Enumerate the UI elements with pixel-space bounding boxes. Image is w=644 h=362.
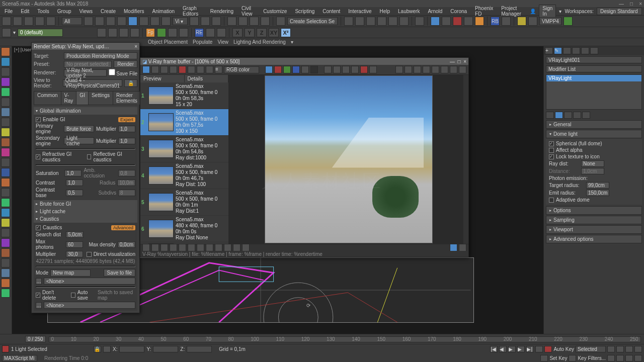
vfb-history-row[interactable]: 3Scena5.max500 x 500, frame 00h 0m 54,8s… — [140, 136, 228, 162]
vfb-hist-col-preview[interactable]: Preview — [140, 75, 185, 82]
left-tool-4[interactable] — [1, 77, 10, 86]
layer-b-icon[interactable] — [108, 28, 117, 37]
tab-gi[interactable]: GI — [76, 91, 89, 105]
subbar-placement[interactable]: Object Placement — [148, 39, 188, 45]
layer-c-icon[interactable] — [119, 28, 128, 37]
chk-spherical[interactable] — [549, 141, 554, 146]
render-button[interactable]: Render — [114, 60, 137, 68]
left-tool-11[interactable] — [1, 148, 10, 157]
vfb-history-row[interactable]: 5Scena5.max500 x 500, frame 00h 0m 1mRay… — [140, 189, 228, 216]
rollout-general[interactable]: General — [546, 120, 642, 129]
vfb-min-icon[interactable]: — — [450, 59, 455, 64]
chk-auto-save[interactable] — [71, 293, 75, 298]
rollout-sampling[interactable]: Sampling — [546, 216, 642, 224]
render-a360-icon[interactable] — [475, 17, 484, 26]
lock-view-icon[interactable]: 🔒 — [124, 79, 137, 87]
renderer-dropdown[interactable]: V-Ray Next, update 2 — [64, 69, 107, 76]
fp4-icon[interactable] — [179, 28, 188, 37]
vfb-close-icon[interactable]: × — [463, 59, 466, 64]
rotate-icon[interactable] — [139, 17, 148, 26]
vfb-clear-icon[interactable] — [170, 66, 177, 73]
left-tool-13[interactable] — [1, 168, 10, 177]
rollout-caustics[interactable]: Caustics — [34, 215, 137, 223]
subbar-expand-icon[interactable]: ▾ — [291, 39, 293, 45]
vfb-clamp-icon[interactable] — [351, 66, 359, 73]
select-rect-icon[interactable] — [106, 17, 115, 26]
left-tool-2[interactable] — [1, 57, 10, 66]
material-editor-icon[interactable] — [415, 17, 424, 26]
menu-modifiers[interactable]: Modifiers — [121, 9, 147, 14]
left-tool-5[interactable] — [1, 87, 10, 97]
object-name-field[interactable] — [546, 56, 642, 63]
move-icon[interactable] — [128, 17, 137, 26]
vfb-history-row[interactable]: 4Scena5.max500 x 500, frame 00h 0m 46,7s… — [140, 162, 228, 189]
left-tool-6[interactable] — [1, 98, 10, 107]
chk-refr-caustics[interactable] — [36, 154, 40, 159]
menu-corona[interactable]: Corona — [448, 9, 469, 14]
vfb-menu-icon[interactable]: ≡ — [215, 66, 222, 73]
vfb-r-icon[interactable] — [274, 66, 282, 73]
menu-create[interactable]: Create — [98, 9, 118, 14]
left-tool-15[interactable] — [1, 188, 10, 197]
tab-display-icon[interactable] — [581, 47, 589, 54]
signin-button[interactable]: Sign In — [539, 5, 556, 18]
vfb-f2-icon[interactable] — [151, 244, 159, 251]
nav-f-icon[interactable] — [616, 355, 624, 361]
caustics-path2[interactable]: <None> — [44, 302, 135, 309]
rollout-viewport[interactable]: Viewport — [546, 225, 642, 234]
refcoord-dropdown[interactable]: Vi ▾ — [173, 17, 188, 25]
preset-dropdown[interactable]: No preset selected — [64, 61, 112, 68]
vfb-save-icon[interactable] — [142, 66, 150, 73]
vfb-scrollbar[interactable] — [463, 75, 468, 244]
target-radius-field[interactable]: 99,0cm — [586, 182, 609, 189]
contrast-base-field[interactable]: 0,5 — [66, 190, 83, 196]
caustics-mult-field[interactable]: 30,0 — [66, 251, 83, 257]
vfb-history-row[interactable]: 1Scena5.max500 x 500, frame 00h 0m 58,3s… — [140, 82, 228, 109]
menu-phoenixfd[interactable]: Phoenix FD — [472, 6, 496, 17]
menu-views[interactable]: Views — [77, 9, 96, 14]
subbar-lighting[interactable]: Lighting And Rendering — [233, 39, 286, 45]
menu-edit[interactable]: Edit — [18, 9, 32, 14]
left-tool-25[interactable] — [1, 289, 10, 298]
curve-editor-icon[interactable] — [388, 17, 397, 26]
tab-render-elements[interactable]: Render Elements — [113, 91, 141, 105]
secondary-engine-dropdown[interactable]: Light cache — [64, 137, 94, 144]
target-dropdown[interactable]: Production Rendering Mode — [64, 52, 137, 59]
named-selset-dropdown[interactable]: Create Selection Se — [287, 17, 338, 25]
chk-dont-delete[interactable] — [36, 293, 40, 298]
vfb-link2-icon[interactable] — [441, 66, 448, 73]
fp-icon[interactable]: Fp — [146, 28, 155, 37]
coord-y-field[interactable] — [153, 346, 178, 352]
vfb-hist-icon[interactable] — [450, 66, 457, 73]
snap-toggle-icon[interactable] — [227, 17, 236, 26]
nav-g-icon[interactable] — [625, 355, 633, 361]
render-setup-icon[interactable] — [431, 17, 440, 26]
timeline[interactable]: 0 / 250 01020304050607080100110120130140… — [0, 334, 644, 344]
prev-frame-icon[interactable]: ◀ — [499, 346, 507, 352]
modifier-stack[interactable]: VRayLight — [546, 74, 642, 110]
vfb-track2-icon[interactable] — [342, 66, 350, 73]
rb-icon[interactable]: RB — [491, 17, 500, 26]
browse-path1-button[interactable]: … — [36, 278, 42, 285]
primary-mult-field[interactable]: 1,0 — [118, 126, 135, 132]
left-tool-21[interactable] — [1, 248, 10, 257]
modifier-list-dropdown[interactable]: Modifier List — [546, 65, 642, 72]
rollout-light-cache[interactable]: Light cache — [34, 208, 137, 215]
menu-rendering[interactable]: Rendering — [208, 9, 236, 14]
teapot-icon[interactable] — [502, 17, 511, 26]
nav-h-icon[interactable] — [634, 355, 642, 361]
lock-sel-icon[interactable]: 🔒 — [94, 346, 101, 352]
vfb-rgb-icon[interactable] — [265, 66, 273, 73]
left-tool-9[interactable] — [1, 128, 10, 137]
spinner-snap-icon[interactable] — [261, 17, 270, 26]
chk-enable-gi[interactable] — [36, 117, 41, 122]
chk-save-file[interactable] — [109, 69, 115, 75]
left-tool-18[interactable] — [1, 218, 10, 227]
left-tool-22[interactable] — [1, 258, 10, 267]
tab-modify-icon[interactable]: ✎ — [554, 47, 562, 54]
viewto-dropdown[interactable]: Quad 4 - VRayPhysicalCamera01 — [63, 79, 122, 86]
align-icon[interactable] — [355, 17, 364, 26]
re3-icon[interactable] — [217, 28, 226, 37]
caustics-path1[interactable]: <None> — [44, 278, 135, 285]
left-tool-14[interactable] — [1, 178, 10, 187]
